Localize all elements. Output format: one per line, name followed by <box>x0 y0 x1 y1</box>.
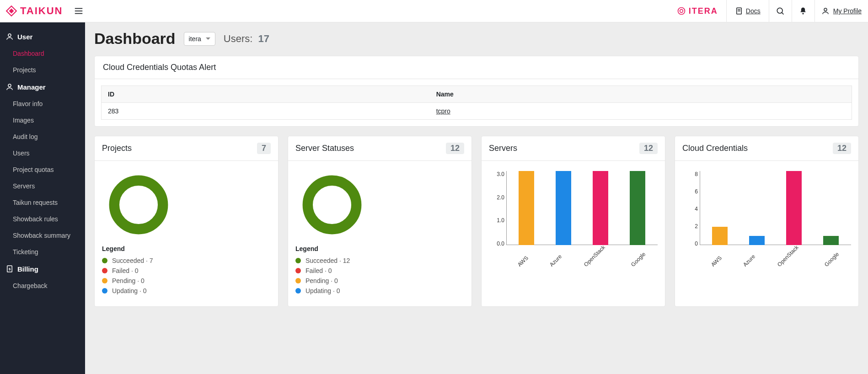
alert-card-title: Cloud Credentials Quotas Alert <box>95 56 858 79</box>
cloud-credentials-quotas-alert-card: Cloud Credentials Quotas Alert IDName 28… <box>94 56 859 127</box>
search-button[interactable] <box>769 0 792 22</box>
legend-item: Pending · 0 <box>295 277 464 284</box>
main-content: Dashboard itera Users: 17 Cloud Credenti… <box>85 22 868 374</box>
y-tick: 3.0 <box>497 171 504 177</box>
profile-label: My Profile <box>833 7 862 15</box>
y-tick: 0.0 <box>497 240 504 247</box>
y-tick: 2.0 <box>497 194 504 201</box>
svg-text:$: $ <box>9 267 11 271</box>
docs-icon <box>735 7 743 15</box>
servers-count-badge: 12 <box>639 143 658 154</box>
alert-cell-name-link[interactable]: tcpro <box>430 103 852 120</box>
y-tick: 4 <box>695 206 698 212</box>
svg-point-5 <box>678 8 685 15</box>
search-icon <box>776 6 785 16</box>
server-statuses-title: Server Statuses <box>295 144 354 153</box>
legend-dot <box>102 268 107 273</box>
svg-line-11 <box>782 12 784 14</box>
servers-bar-chart: 3.02.01.00.0AWSAzureOpenStackGoogle <box>489 169 658 256</box>
cloud-credentials-tile: Cloud Credentials 12 86420AWSAzureOpenSt… <box>675 136 859 307</box>
brand-text: TAIKUN <box>20 5 63 17</box>
y-tick: 1.0 <box>497 217 504 224</box>
alert-col-id: ID <box>102 86 430 103</box>
legend-label: Succeeded · 12 <box>305 257 350 264</box>
sidebar: UserDashboardProjectsManagerFlavor infoI… <box>0 22 85 374</box>
docs-label: Docs <box>746 7 761 15</box>
legend-item: Succeeded · 7 <box>102 257 271 264</box>
legend-dot <box>295 288 301 294</box>
sidebar-item-users[interactable]: Users <box>0 145 85 161</box>
server-statuses-count-badge: 12 <box>446 143 464 154</box>
profile-link[interactable]: My Profile <box>815 0 868 22</box>
alert-col-name: Name <box>430 86 852 103</box>
sidebar-item-taikun-requests[interactable]: Taikun requests <box>0 194 85 211</box>
cloud-credentials-bar-chart: 86420AWSAzureOpenStackGoogle <box>682 169 851 256</box>
sidebar-item-audit-log[interactable]: Audit log <box>0 128 85 145</box>
notifications-button[interactable] <box>792 0 815 22</box>
sidebar-item-project-quotas[interactable]: Project quotas <box>0 161 85 178</box>
bar-aws <box>519 171 534 245</box>
sidebar-item-showback-rules[interactable]: Showback rules <box>0 211 85 227</box>
bar-openstack <box>593 171 608 245</box>
svg-marker-1 <box>9 9 14 14</box>
y-tick: 0 <box>695 240 698 247</box>
legend-dot <box>295 258 301 263</box>
y-tick: 2 <box>695 223 698 230</box>
sidebar-section-manager: Manager <box>0 78 85 96</box>
x-label: Azure <box>742 253 756 268</box>
legend-dot <box>102 258 107 263</box>
users-count: Users: 17 <box>224 33 269 45</box>
legend-dot <box>295 278 301 283</box>
brand-logo[interactable]: TAIKUN <box>5 5 63 17</box>
svg-point-15 <box>8 84 11 87</box>
page-title: Dashboard <box>94 30 176 48</box>
server-statuses-donut-chart <box>300 173 364 237</box>
sidebar-item-flavor-info[interactable]: Flavor info <box>0 96 85 112</box>
topbar: TAIKUN ITERA Docs My Profile <box>0 0 868 22</box>
svg-point-19 <box>308 181 356 229</box>
legend-dot <box>102 278 107 283</box>
legend-dot <box>295 268 301 273</box>
docs-link[interactable]: Docs <box>727 0 769 22</box>
sidebar-item-dashboard[interactable]: Dashboard <box>0 45 85 62</box>
svg-point-10 <box>777 8 783 13</box>
alert-table: IDName 283tcpro <box>101 85 852 120</box>
bar-google <box>823 236 839 245</box>
legend-label: Failed · 0 <box>305 267 332 274</box>
x-label: OpenStack <box>776 244 800 268</box>
y-tick: 8 <box>695 171 698 177</box>
menu-toggle-icon[interactable] <box>74 6 84 16</box>
legend-item: Pending · 0 <box>102 277 271 284</box>
org-logo[interactable]: ITERA <box>669 0 727 22</box>
cloud-credentials-title: Cloud Credentials <box>682 144 748 153</box>
alert-row: 283tcpro <box>102 103 852 120</box>
bar-azure <box>749 236 765 245</box>
servers-tile: Servers 12 3.02.01.00.0AWSAzureOpenStack… <box>481 136 665 307</box>
legend-label: Failed · 0 <box>112 267 139 274</box>
x-label: Azure <box>548 253 563 268</box>
svg-point-13 <box>824 8 827 11</box>
sidebar-item-images[interactable]: Images <box>0 112 85 128</box>
legend-item: Updating · 0 <box>102 287 271 294</box>
legend-item: Failed · 0 <box>102 267 271 274</box>
x-label: Google <box>823 251 840 268</box>
projects-count-badge: 7 <box>257 143 271 154</box>
sidebar-item-ticketing[interactable]: Ticketing <box>0 244 85 260</box>
legend-item: Failed · 0 <box>295 267 464 274</box>
projects-title: Projects <box>102 144 132 153</box>
sidebar-item-projects[interactable]: Projects <box>0 62 85 78</box>
legend-label: Updating · 0 <box>112 287 147 294</box>
bar-openstack <box>786 171 802 245</box>
sidebar-section-billing: $Billing <box>0 260 85 278</box>
legend-label: Succeeded · 7 <box>112 257 153 264</box>
sidebar-item-showback-summary[interactable]: Showback summary <box>0 227 85 244</box>
sidebar-section-user: User <box>0 28 85 45</box>
sidebar-item-servers[interactable]: Servers <box>0 178 85 194</box>
org-name: ITERA <box>689 6 718 16</box>
org-icon <box>677 6 686 16</box>
users-label: Users: <box>224 33 253 44</box>
sidebar-item-chargeback[interactable]: Chargeback <box>0 278 85 294</box>
user-icon <box>821 7 830 15</box>
organization-select[interactable]: itera <box>184 32 215 46</box>
projects-tile: Projects 7 Legend Succeeded · 7Failed · … <box>94 136 279 307</box>
